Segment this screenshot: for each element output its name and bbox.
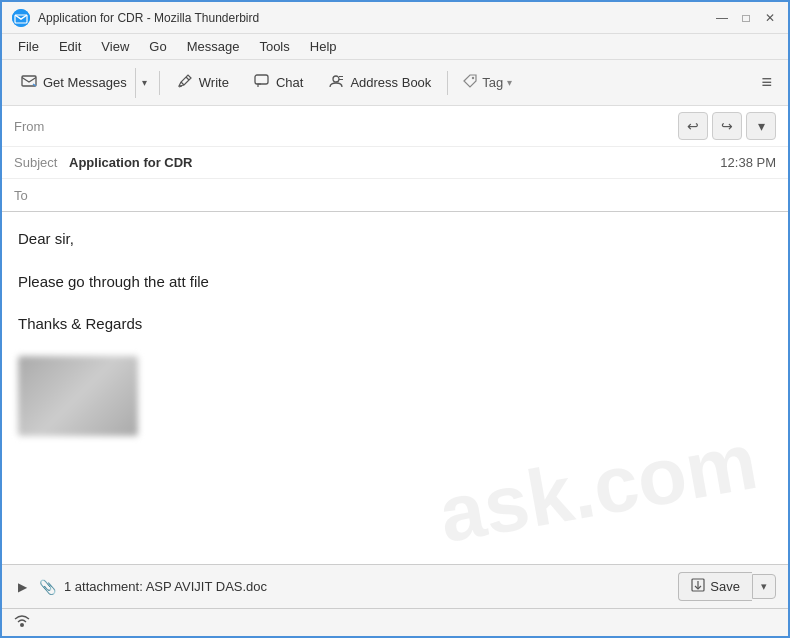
svg-rect-5: [339, 76, 343, 77]
status-bar: [2, 608, 788, 636]
watermark: ask.com: [432, 415, 763, 561]
svg-rect-6: [339, 79, 343, 80]
menu-message[interactable]: Message: [179, 37, 248, 56]
write-icon: [176, 72, 194, 94]
tag-button[interactable]: Tag ▾: [454, 68, 520, 97]
menu-tools[interactable]: Tools: [251, 37, 297, 56]
divider-1: [159, 71, 160, 95]
close-button[interactable]: ✕: [762, 10, 778, 26]
chat-button[interactable]: Chat: [243, 67, 313, 99]
write-label: Write: [199, 75, 229, 90]
menu-help[interactable]: Help: [302, 37, 345, 56]
main-window: Application for CDR - Mozilla Thunderbir…: [0, 0, 790, 638]
from-label: From: [14, 119, 69, 134]
save-button[interactable]: Save: [678, 572, 752, 601]
address-book-icon: [327, 72, 345, 94]
connection-status-icon: [12, 613, 32, 632]
menu-go[interactable]: Go: [141, 37, 174, 56]
get-messages-dropdown[interactable]: ▾: [135, 68, 153, 98]
save-label: Save: [710, 579, 740, 594]
get-messages-button[interactable]: Get Messages: [10, 67, 131, 99]
attachment-bar: ▶ 📎 1 attachment: ASP AVIJIT DAS.doc Sav…: [2, 564, 788, 608]
body-content: Please go through the att file: [18, 271, 772, 294]
menu-view[interactable]: View: [93, 37, 137, 56]
subject-value: Application for CDR: [69, 155, 720, 170]
attachment-text: 1 attachment: ASP AVIJIT DAS.doc: [64, 579, 670, 594]
message-header: From ↩ ↪ ▾ Subject Application for CDR 1…: [2, 106, 788, 212]
signature-image: [18, 356, 138, 436]
attachment-toggle-button[interactable]: ▶: [14, 576, 31, 598]
reply-icon: ↩: [687, 118, 699, 134]
reply-all-button[interactable]: ↪: [712, 112, 742, 140]
to-row: To: [2, 179, 788, 211]
body-greeting: Dear sir,: [18, 228, 772, 251]
menu-file[interactable]: File: [10, 37, 47, 56]
svg-point-4: [333, 76, 339, 82]
get-messages-label: Get Messages: [43, 75, 127, 90]
svg-rect-3: [255, 75, 268, 84]
divider-2: [447, 71, 448, 95]
maximize-button[interactable]: □: [738, 10, 754, 26]
svg-point-7: [472, 77, 474, 79]
reply-button[interactable]: ↩: [678, 112, 708, 140]
reply-all-icon: ↪: [721, 118, 733, 134]
header-actions: ↩ ↪ ▾: [678, 112, 776, 140]
hamburger-menu-button[interactable]: ≡: [753, 67, 780, 98]
save-icon: [691, 578, 705, 595]
message-time: 12:38 PM: [720, 155, 776, 170]
chat-label: Chat: [276, 75, 303, 90]
address-book-label: Address Book: [350, 75, 431, 90]
chat-icon: [253, 72, 271, 94]
get-messages-icon: [20, 72, 38, 94]
message-body: Dear sir, Please go through the att file…: [2, 212, 788, 564]
subject-row: Subject Application for CDR 12:38 PM: [2, 147, 788, 179]
minimize-button[interactable]: —: [714, 10, 730, 26]
from-row: From ↩ ↪ ▾: [2, 106, 788, 147]
tag-label: Tag: [482, 75, 503, 90]
attachment-clip-icon: 📎: [39, 579, 56, 595]
svg-point-10: [20, 623, 24, 627]
title-bar: Application for CDR - Mozilla Thunderbir…: [2, 2, 788, 34]
address-book-button[interactable]: Address Book: [317, 67, 441, 99]
hamburger-icon: ≡: [761, 72, 772, 92]
to-label: To: [14, 188, 69, 203]
body-sign-off: Thanks & Regards: [18, 313, 772, 336]
toolbar: Get Messages ▾ Write: [2, 60, 788, 106]
window-controls: — □ ✕: [714, 10, 778, 26]
menu-bar: File Edit View Go Message Tools Help: [2, 34, 788, 60]
tag-icon: [462, 73, 478, 92]
window-title: Application for CDR - Mozilla Thunderbir…: [38, 11, 706, 25]
more-actions-icon: ▾: [758, 118, 765, 134]
app-icon: [12, 9, 30, 27]
write-button[interactable]: Write: [166, 67, 239, 99]
save-button-group: Save ▾: [678, 572, 776, 601]
more-actions-button[interactable]: ▾: [746, 112, 776, 140]
menu-edit[interactable]: Edit: [51, 37, 89, 56]
save-dropdown-button[interactable]: ▾: [752, 574, 776, 599]
subject-label: Subject: [14, 155, 69, 170]
tag-dropdown-icon: ▾: [507, 77, 512, 88]
